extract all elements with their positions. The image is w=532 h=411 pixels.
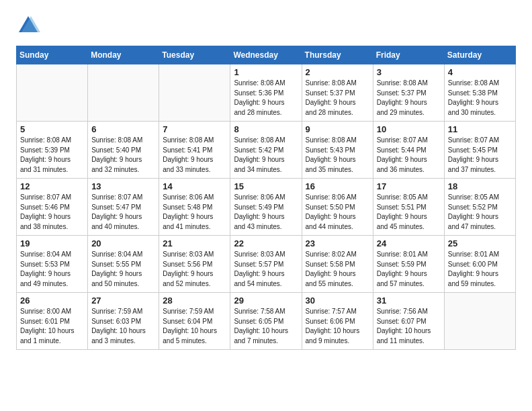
day-info: Sunrise: 8:08 AM Sunset: 5:38 PM Dayligh… (448, 79, 512, 118)
day-cell: 26Sunrise: 8:00 AM Sunset: 6:01 PM Dayli… (17, 293, 88, 350)
weekday-header-thursday: Thursday (302, 46, 373, 64)
day-number: 18 (448, 181, 512, 191)
day-cell: 8Sunrise: 8:08 AM Sunset: 5:42 PM Daylig… (230, 122, 302, 179)
day-cell: 28Sunrise: 7:59 AM Sunset: 6:04 PM Dayli… (159, 293, 230, 350)
day-cell: 3Sunrise: 8:08 AM Sunset: 5:37 PM Daylig… (373, 64, 444, 122)
day-cell: 20Sunrise: 8:04 AM Sunset: 5:55 PM Dayli… (88, 236, 159, 293)
week-row-4: 19Sunrise: 8:04 AM Sunset: 5:53 PM Dayli… (17, 236, 516, 293)
day-info: Sunrise: 8:07 AM Sunset: 5:45 PM Dayligh… (448, 136, 512, 175)
day-number: 31 (377, 295, 441, 306)
day-info: Sunrise: 8:08 AM Sunset: 5:39 PM Dayligh… (20, 136, 84, 175)
day-cell: 12Sunrise: 8:07 AM Sunset: 5:46 PM Dayli… (17, 179, 88, 236)
day-number: 28 (163, 295, 226, 306)
day-info: Sunrise: 8:01 AM Sunset: 6:00 PM Dayligh… (448, 250, 512, 289)
day-info: Sunrise: 8:01 AM Sunset: 5:59 PM Dayligh… (377, 250, 441, 289)
weekday-header-row: SundayMondayTuesdayWednesdayThursdayFrid… (17, 46, 516, 64)
day-number: 6 (91, 124, 155, 134)
day-cell: 5Sunrise: 8:08 AM Sunset: 5:39 PM Daylig… (17, 122, 88, 179)
weekday-header-saturday: Saturday (444, 46, 515, 64)
week-row-1: 1Sunrise: 8:08 AM Sunset: 5:36 PM Daylig… (17, 64, 516, 122)
day-number: 7 (163, 124, 226, 134)
day-cell (88, 64, 159, 122)
day-cell: 2Sunrise: 8:08 AM Sunset: 5:37 PM Daylig… (302, 64, 373, 122)
day-number: 24 (377, 238, 441, 248)
day-number: 4 (448, 67, 512, 77)
day-number: 12 (20, 181, 84, 191)
weekday-header-sunday: Sunday (17, 46, 88, 64)
day-info: Sunrise: 8:05 AM Sunset: 5:51 PM Dayligh… (377, 193, 441, 232)
day-info: Sunrise: 7:59 AM Sunset: 6:04 PM Dayligh… (163, 307, 226, 346)
day-info: Sunrise: 8:06 AM Sunset: 5:49 PM Dayligh… (234, 193, 298, 232)
day-info: Sunrise: 7:56 AM Sunset: 6:07 PM Dayligh… (377, 307, 441, 346)
day-info: Sunrise: 8:07 AM Sunset: 5:47 PM Dayligh… (91, 193, 155, 232)
day-info: Sunrise: 8:04 AM Sunset: 5:53 PM Dayligh… (20, 250, 84, 289)
weekday-header-wednesday: Wednesday (230, 46, 302, 64)
day-cell (444, 293, 515, 350)
day-number: 11 (448, 124, 512, 134)
weekday-header-monday: Monday (88, 46, 159, 64)
day-number: 1 (234, 67, 298, 77)
day-number: 21 (163, 238, 226, 248)
day-number: 30 (306, 295, 369, 306)
day-info: Sunrise: 8:06 AM Sunset: 5:48 PM Dayligh… (163, 193, 226, 232)
day-cell: 24Sunrise: 8:01 AM Sunset: 5:59 PM Dayli… (373, 236, 444, 293)
day-info: Sunrise: 7:58 AM Sunset: 6:05 PM Dayligh… (234, 307, 298, 346)
day-number: 29 (234, 295, 298, 306)
day-cell: 17Sunrise: 8:05 AM Sunset: 5:51 PM Dayli… (373, 179, 444, 236)
day-number: 9 (306, 124, 369, 134)
day-cell: 16Sunrise: 8:06 AM Sunset: 5:50 PM Dayli… (302, 179, 373, 236)
day-number: 15 (234, 181, 298, 191)
day-number: 17 (377, 181, 441, 191)
day-info: Sunrise: 8:08 AM Sunset: 5:36 PM Dayligh… (234, 79, 298, 118)
logo (16, 13, 44, 38)
day-cell: 23Sunrise: 8:02 AM Sunset: 5:58 PM Dayli… (302, 236, 373, 293)
day-info: Sunrise: 8:06 AM Sunset: 5:50 PM Dayligh… (306, 193, 369, 232)
day-number: 25 (448, 238, 512, 248)
day-number: 3 (377, 67, 441, 77)
day-info: Sunrise: 8:05 AM Sunset: 5:52 PM Dayligh… (448, 193, 512, 232)
day-number: 5 (20, 124, 84, 134)
day-number: 27 (91, 295, 155, 306)
day-info: Sunrise: 7:59 AM Sunset: 6:03 PM Dayligh… (91, 307, 155, 346)
week-row-2: 5Sunrise: 8:08 AM Sunset: 5:39 PM Daylig… (17, 122, 516, 179)
day-cell: 15Sunrise: 8:06 AM Sunset: 5:49 PM Dayli… (230, 179, 302, 236)
day-number: 2 (306, 67, 369, 77)
logo-icon (16, 13, 40, 38)
day-number: 23 (306, 238, 369, 248)
day-cell: 6Sunrise: 8:08 AM Sunset: 5:40 PM Daylig… (88, 122, 159, 179)
day-cell: 27Sunrise: 7:59 AM Sunset: 6:03 PM Dayli… (88, 293, 159, 350)
day-cell: 25Sunrise: 8:01 AM Sunset: 6:00 PM Dayli… (444, 236, 515, 293)
day-cell: 1Sunrise: 8:08 AM Sunset: 5:36 PM Daylig… (230, 64, 302, 122)
day-info: Sunrise: 8:07 AM Sunset: 5:46 PM Dayligh… (20, 193, 84, 232)
day-cell: 21Sunrise: 8:03 AM Sunset: 5:56 PM Dayli… (159, 236, 230, 293)
day-cell (17, 64, 88, 122)
day-info: Sunrise: 8:03 AM Sunset: 5:57 PM Dayligh… (234, 250, 298, 289)
day-cell (159, 64, 230, 122)
day-info: Sunrise: 8:08 AM Sunset: 5:40 PM Dayligh… (91, 136, 155, 175)
day-number: 8 (234, 124, 298, 134)
day-cell: 18Sunrise: 8:05 AM Sunset: 5:52 PM Dayli… (444, 179, 515, 236)
day-info: Sunrise: 7:57 AM Sunset: 6:06 PM Dayligh… (306, 307, 369, 346)
day-cell: 30Sunrise: 7:57 AM Sunset: 6:06 PM Dayli… (302, 293, 373, 350)
day-number: 26 (20, 295, 84, 306)
day-number: 19 (20, 238, 84, 248)
day-info: Sunrise: 8:08 AM Sunset: 5:42 PM Dayligh… (234, 136, 298, 175)
day-number: 16 (306, 181, 369, 191)
day-cell: 7Sunrise: 8:08 AM Sunset: 5:41 PM Daylig… (159, 122, 230, 179)
day-info: Sunrise: 8:03 AM Sunset: 5:56 PM Dayligh… (163, 250, 226, 289)
day-info: Sunrise: 8:08 AM Sunset: 5:37 PM Dayligh… (306, 79, 369, 118)
week-row-3: 12Sunrise: 8:07 AM Sunset: 5:46 PM Dayli… (17, 179, 516, 236)
day-info: Sunrise: 8:08 AM Sunset: 5:41 PM Dayligh… (163, 136, 226, 175)
day-cell: 31Sunrise: 7:56 AM Sunset: 6:07 PM Dayli… (373, 293, 444, 350)
weekday-header-tuesday: Tuesday (159, 46, 230, 64)
day-cell: 4Sunrise: 8:08 AM Sunset: 5:38 PM Daylig… (444, 64, 515, 122)
day-number: 20 (91, 238, 155, 248)
day-cell: 22Sunrise: 8:03 AM Sunset: 5:57 PM Dayli… (230, 236, 302, 293)
day-cell: 10Sunrise: 8:07 AM Sunset: 5:44 PM Dayli… (373, 122, 444, 179)
day-cell: 13Sunrise: 8:07 AM Sunset: 5:47 PM Dayli… (88, 179, 159, 236)
day-number: 13 (91, 181, 155, 191)
weekday-header-friday: Friday (373, 46, 444, 64)
day-number: 22 (234, 238, 298, 248)
day-info: Sunrise: 8:02 AM Sunset: 5:58 PM Dayligh… (306, 250, 369, 289)
day-info: Sunrise: 8:08 AM Sunset: 5:37 PM Dayligh… (377, 79, 441, 118)
